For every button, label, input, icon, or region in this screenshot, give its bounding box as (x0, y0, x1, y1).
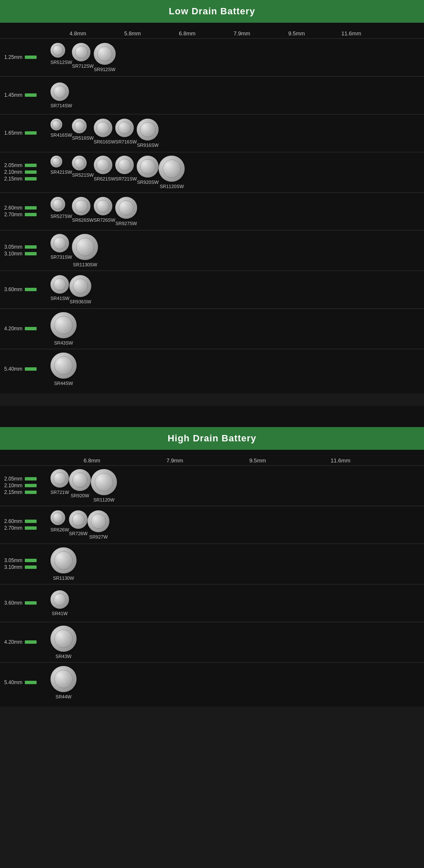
battery-model-label: SR712SW (72, 64, 93, 69)
battery-model-label: SR731SW (50, 255, 72, 260)
height-label: 2.70mm (4, 212, 22, 218)
row-label-item: 4.20mm (4, 639, 50, 645)
height-label: 1.25mm (4, 54, 22, 60)
battery-coin (50, 353, 77, 379)
row-labels: 4.20mm (0, 639, 50, 646)
height-bar (25, 559, 37, 562)
battery-model-label: SR516SW (72, 135, 93, 141)
battery-cell: SR626W (50, 510, 69, 539)
height-label: 2.05mm (4, 162, 22, 168)
battery-model-label: SR927W (87, 534, 109, 539)
height-label: 2.15mm (4, 176, 22, 182)
column-headers: 4.8mm5.8mm6.8mm7.9mm9.5mm11.6mm (50, 27, 424, 38)
battery-coin (72, 119, 87, 133)
battery-coin (115, 119, 134, 137)
height-label: 2.05mm (4, 476, 22, 482)
cells-container: SR44SW (50, 353, 424, 386)
battery-cell: SR416SW (50, 119, 72, 148)
row-label-item: 2.10mm (4, 169, 50, 175)
height-label: 3.60mm (4, 287, 22, 292)
battery-row: 2.05mm 2.10mm 2.15mm SR421SW SR521SW S (0, 152, 424, 192)
battery-model-label: SR512SW (50, 60, 72, 65)
battery-cell: SR912SW (94, 43, 116, 72)
row-label-item: 2.60mm (4, 518, 50, 524)
row-labels: 3.60mm (0, 287, 50, 293)
battery-model-label: SR41SW (50, 296, 69, 301)
battery-row: 3.60mm SR41SW SR936SW (0, 271, 424, 308)
cells-container: SR43SW (50, 312, 424, 345)
battery-model-label: SR43W (50, 654, 77, 659)
battery-cell: SR516SW (72, 119, 93, 148)
height-label: 2.70mm (4, 525, 22, 531)
row-label-item: 3.60mm (4, 600, 50, 606)
height-bar (25, 252, 37, 255)
battery-cell: SR1120SW (159, 156, 185, 189)
row-label-item: 2.15mm (4, 176, 50, 182)
row-label-item: 3.60mm (4, 287, 50, 292)
section-title: Low Drain Battery (0, 0, 424, 23)
height-bar (25, 367, 37, 371)
battery-coin (94, 156, 112, 174)
row-labels: 2.60mm 2.70mm (0, 205, 50, 218)
battery-coin (50, 666, 77, 692)
battery-row: 5.40mm SR44SW (0, 349, 424, 389)
battery-coin (72, 156, 87, 170)
battery-row: 1.25mm SR512SW SR712SW SR912SW (0, 38, 424, 76)
battery-model-label: SR527SW (50, 214, 72, 219)
row-labels: 5.40mm (0, 366, 50, 373)
battery-coin (72, 43, 90, 61)
row-label-item: 3.10mm (4, 251, 50, 257)
battery-coin (94, 119, 112, 137)
battery-cell: SR43SW (50, 312, 77, 345)
battery-coin (115, 197, 137, 219)
battery-row: 1.45mm SR714SW (0, 76, 424, 114)
height-bar (25, 640, 37, 644)
height-bar (25, 565, 37, 569)
height-label: 2.10mm (4, 483, 22, 488)
battery-model-label: SR714SW (50, 103, 72, 108)
battery-coin (69, 275, 91, 297)
battery-model-label: SR726W (69, 531, 87, 536)
battery-cell: SR1120W (91, 469, 117, 502)
height-label: 1.45mm (4, 92, 22, 98)
row-labels: 2.05mm 2.10mm 2.15mm (0, 476, 50, 496)
battery-section-high: High Drain Battery 6.8mm7.9mm9.5mm11.6mm… (0, 427, 424, 707)
battery-model-label: SR616SW (94, 139, 115, 144)
battery-model-label: SR1130W (50, 576, 77, 581)
battery-cell: SR43W (50, 626, 77, 659)
row-label-item: 2.70mm (4, 212, 50, 218)
battery-row: 2.05mm 2.10mm 2.15mm SR721W SR920W (0, 465, 424, 506)
row-label-item: 3.05mm (4, 557, 50, 563)
height-label: 3.10mm (4, 251, 22, 257)
column-header: 7.9mm (215, 30, 269, 37)
battery-cell: SR1130SW (72, 234, 98, 267)
battery-cell: SR936SW (69, 275, 91, 304)
row-labels: 2.05mm 2.10mm 2.15mm (0, 162, 50, 183)
cells-container: SR43W (50, 626, 424, 659)
battery-model-label: SR43SW (50, 340, 77, 345)
height-label: 2.60mm (4, 518, 22, 524)
cells-container: SR714SW (50, 82, 424, 108)
cells-container: SR41W (50, 590, 424, 616)
battery-coin (50, 510, 65, 525)
height-label: 5.40mm (4, 366, 22, 372)
battery-model-label: SR626SW (72, 218, 93, 223)
battery-coin (50, 547, 77, 573)
battery-coin (72, 234, 98, 260)
row-labels: 5.40mm (0, 680, 50, 686)
row-label-item: 2.60mm (4, 205, 50, 211)
height-bar (25, 681, 37, 684)
battery-cell: SR41W (50, 590, 69, 616)
grid-container: 6.8mm7.9mm9.5mm11.6mm 2.05mm 2.10mm 2.15… (0, 450, 424, 707)
battery-cell: SR527SW (50, 197, 72, 226)
battery-cell: SR44W (50, 666, 77, 699)
battery-model-label: SR44SW (50, 381, 77, 386)
battery-coin (115, 156, 134, 174)
battery-cell: SR927SW (115, 197, 137, 226)
battery-coin (50, 590, 69, 609)
cells-container: SR41SW SR936SW (50, 275, 424, 304)
height-bar (25, 206, 37, 210)
height-bar (25, 477, 37, 480)
cells-container: SR721W SR920W SR1120W (50, 469, 424, 502)
grid-container: 4.8mm5.8mm6.8mm7.9mm9.5mm11.6mm 1.25mm S… (0, 23, 424, 393)
